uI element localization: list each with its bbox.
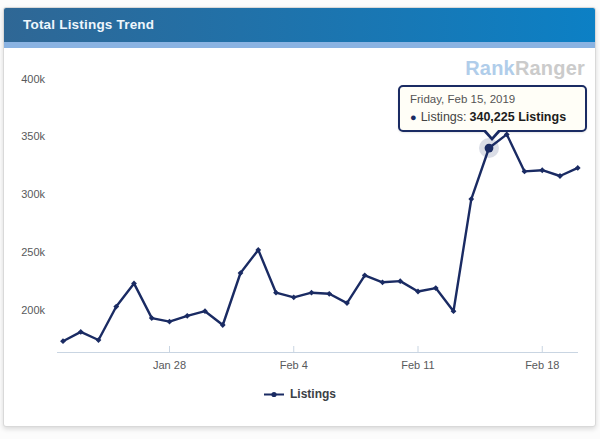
tooltip-series-row: ●Listings:340,225 Listings (410, 108, 575, 126)
legend-line-marker-icon (264, 390, 284, 399)
data-point[interactable] (167, 319, 173, 325)
chart-legend[interactable]: Listings (0, 386, 600, 402)
tooltip-value: 340,225 Listings (470, 110, 567, 124)
highlighted-point-dot (485, 144, 494, 153)
tooltip-series-label: Listings: (421, 110, 467, 124)
data-point[interactable] (468, 196, 474, 202)
tooltip-arrow-fill-icon (485, 129, 499, 137)
data-point[interactable] (291, 294, 297, 300)
tooltip-date: Friday, Feb 15, 2019 (410, 92, 575, 107)
listings-line-chart[interactable] (0, 0, 600, 439)
series-bullet-icon: ● (410, 111, 417, 123)
data-point[interactable] (184, 313, 190, 319)
listings-series-line (63, 134, 578, 341)
data-point[interactable] (309, 290, 315, 296)
page-background: Total Listings Trend RankRanger 400k350k… (0, 0, 600, 439)
data-point[interactable] (539, 167, 545, 173)
legend-label: Listings (290, 387, 336, 401)
chart-tooltip: Friday, Feb 15, 2019 ●Listings:340,225 L… (398, 85, 587, 132)
